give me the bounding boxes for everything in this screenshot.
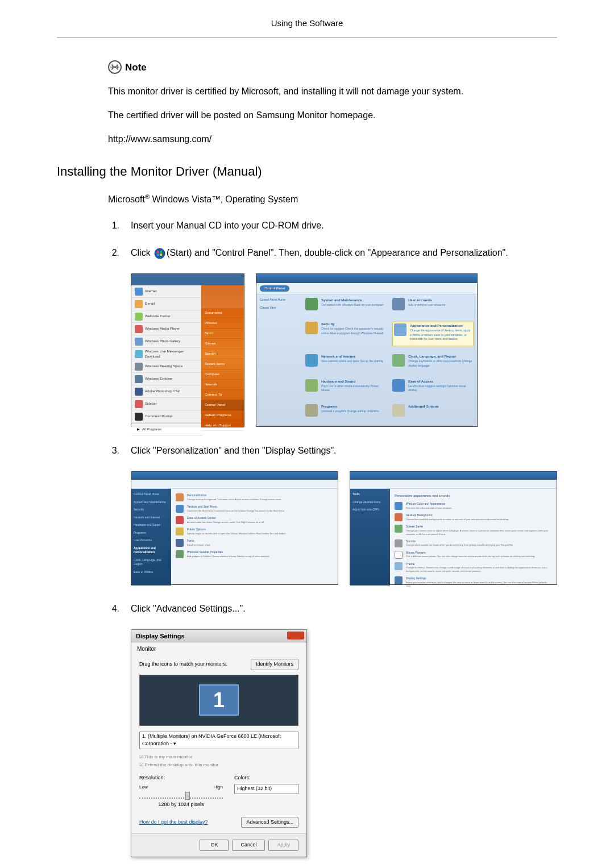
display-settings-dialog: Display Settings Monitor Drag the icons … bbox=[131, 629, 307, 857]
programs-icon bbox=[305, 404, 318, 417]
monitor-tab[interactable]: Monitor bbox=[131, 642, 306, 653]
cp-cat-title: Network and Internet bbox=[321, 354, 383, 359]
item-title: Sounds bbox=[406, 539, 552, 544]
step-number: 1. bbox=[108, 219, 119, 232]
list-item: Network bbox=[201, 380, 244, 390]
item-title: Theme bbox=[406, 562, 552, 567]
colors-label: Colors: bbox=[234, 774, 298, 782]
monitor-select[interactable]: 1. (Multiple Monitors) on NVIDIA GeForce… bbox=[139, 732, 298, 749]
window-color-icon bbox=[395, 502, 403, 510]
start-menu-right: Documents Pictures Music Games Search Re… bbox=[201, 285, 244, 427]
extend-check[interactable]: ☑ Extend the desktop onto this monitor bbox=[139, 762, 298, 769]
main-monitor-check[interactable]: ☑ This is my main monitor bbox=[139, 754, 298, 761]
app-icon bbox=[135, 313, 143, 321]
item-title: Fonts bbox=[187, 539, 333, 543]
appearance-window: Control Panel Home System and Maintenanc… bbox=[131, 471, 338, 585]
item-title: Personalization bbox=[187, 493, 333, 498]
ease-icon bbox=[392, 379, 405, 392]
item-sub: Pick a different mouse pointer. You can … bbox=[406, 555, 552, 558]
item-title: Windows Sidebar Properties bbox=[187, 550, 333, 555]
system-icon bbox=[305, 298, 318, 310]
page-header: Using the Software bbox=[57, 17, 557, 30]
list-item: Windows Live Messenger Download bbox=[131, 348, 202, 360]
item-title: Ease of Access Center bbox=[187, 516, 333, 521]
sidebar-item: Adjust font size (DPI) bbox=[352, 508, 388, 512]
cp-cat-title: User Accounts bbox=[408, 298, 445, 303]
item-sub: Add gadgets to Sidebar Choose whether to… bbox=[187, 555, 333, 558]
section-heading: Installing the Monitor Driver (Manual) bbox=[57, 162, 557, 181]
cp-cat-title: Security bbox=[321, 322, 387, 327]
identify-button[interactable]: Identify Monitors bbox=[251, 659, 298, 670]
start-orb-icon bbox=[154, 248, 165, 259]
item-sub: Specify single- or double-click to open … bbox=[187, 532, 333, 535]
step-number: 3. bbox=[108, 444, 119, 458]
help-link[interactable]: How do I get the best display? bbox=[139, 819, 208, 827]
cancel-button[interactable]: Cancel bbox=[232, 840, 265, 851]
step-text: Insert your Manual CD into your CD-ROM d… bbox=[131, 219, 557, 232]
cp-cat-sub: Change the appearance of desktop items, … bbox=[410, 329, 472, 342]
list-item: Taskbar and Start MenuCustomize the Star… bbox=[176, 505, 333, 513]
slider-thumb[interactable] bbox=[185, 792, 190, 800]
list-item: Ease of Access CenterAccommodate low vis… bbox=[176, 516, 333, 524]
svg-rect-2 bbox=[157, 251, 159, 253]
list-item: PersonalizationChange desktop background… bbox=[176, 493, 333, 501]
step-list: 1. Insert your Manual CD into your CD-RO… bbox=[108, 219, 557, 260]
shield-icon bbox=[305, 322, 318, 334]
cp-category: User AccountsAdd or remove user accounts bbox=[392, 298, 474, 314]
list-item: SoundsChange which sounds are heard when… bbox=[395, 539, 552, 547]
list-item: Windows Sidebar PropertiesAdd gadgets to… bbox=[176, 550, 333, 558]
svg-rect-3 bbox=[160, 251, 162, 253]
start-item-label: Internet bbox=[145, 289, 156, 294]
list-item: E-mail bbox=[131, 298, 202, 310]
app-icon bbox=[135, 300, 143, 308]
sidebar-item: Ease of Access bbox=[134, 570, 169, 575]
cp-categories: System and MaintenanceGet started with W… bbox=[302, 294, 477, 427]
list-item: Folder OptionsSpecify single- or double-… bbox=[176, 528, 333, 535]
ok-button[interactable]: OK bbox=[200, 840, 229, 851]
taskbar-icon bbox=[176, 505, 184, 513]
resolution-label: Resolution: bbox=[139, 774, 223, 782]
monitor-preview[interactable]: 1 bbox=[139, 675, 298, 726]
cp-cat-title: Programs bbox=[321, 404, 379, 409]
sidebar-item: Programs bbox=[134, 531, 169, 535]
personalization-sidebar: Tasks Change desktop icons Adjust font s… bbox=[350, 489, 390, 585]
close-icon[interactable] bbox=[287, 632, 304, 639]
resolution-slider[interactable] bbox=[139, 793, 223, 799]
step-list: 4. Click "Advanced Settings...". bbox=[108, 602, 557, 616]
apply-button[interactable]: Apply bbox=[268, 840, 298, 851]
ease-icon bbox=[176, 516, 184, 524]
item-title: Mouse Pointers bbox=[406, 551, 552, 555]
cp-category: Clock, Language, and RegionChange keyboa… bbox=[392, 354, 474, 371]
app-icon bbox=[135, 338, 143, 346]
colors-select[interactable]: Highest (32 bit) bbox=[234, 784, 298, 794]
app-icon bbox=[135, 363, 143, 371]
start-item-label: Welcome Center bbox=[145, 314, 171, 319]
list-item: Help and Support bbox=[201, 421, 244, 431]
drag-instruction: Drag the icons to match your monitors. bbox=[139, 661, 227, 668]
control-panel-window: Control Panel Control Panel Home Classic… bbox=[256, 273, 478, 427]
personalization-icon bbox=[176, 493, 184, 501]
sidebar-item: User Accounts bbox=[134, 538, 169, 543]
svg-rect-5 bbox=[160, 254, 162, 256]
cp-cat-sub: Add or remove user accounts bbox=[408, 303, 445, 308]
mouse-icon bbox=[395, 551, 403, 559]
advanced-settings-button[interactable]: Advanced Settings... bbox=[241, 817, 298, 828]
item-sub: Choose from available backgrounds or col… bbox=[406, 518, 552, 521]
list-item: Search bbox=[201, 349, 244, 359]
cp-cat-sub: Change keyboards or other input methods … bbox=[408, 359, 474, 368]
window-toolbar bbox=[131, 480, 338, 489]
os-reg: ® bbox=[145, 193, 150, 200]
cp-cat-title: Hardware and Sound bbox=[321, 379, 387, 384]
all-programs-label: All Programs bbox=[142, 427, 161, 432]
monitor-thumb[interactable]: 1 bbox=[199, 684, 239, 716]
start-menu-window: Internet E-mail Welcome Center Windows M… bbox=[131, 273, 244, 427]
cp-cat-title: Additional Options bbox=[408, 404, 439, 409]
monitor-icon bbox=[394, 323, 406, 336]
cp-category-appearance: Appearance and PersonalizationChange the… bbox=[392, 322, 474, 346]
note-url: http://www.samsung.com/ bbox=[108, 132, 557, 146]
step-list: 3. Click "Personalization" and then "Dis… bbox=[108, 444, 557, 458]
svg-rect-4 bbox=[157, 254, 159, 256]
cp-cat-title: System and Maintenance bbox=[321, 298, 384, 303]
sidebar-item: Change desktop icons bbox=[352, 500, 388, 505]
list-item: Default Programs bbox=[201, 410, 244, 421]
